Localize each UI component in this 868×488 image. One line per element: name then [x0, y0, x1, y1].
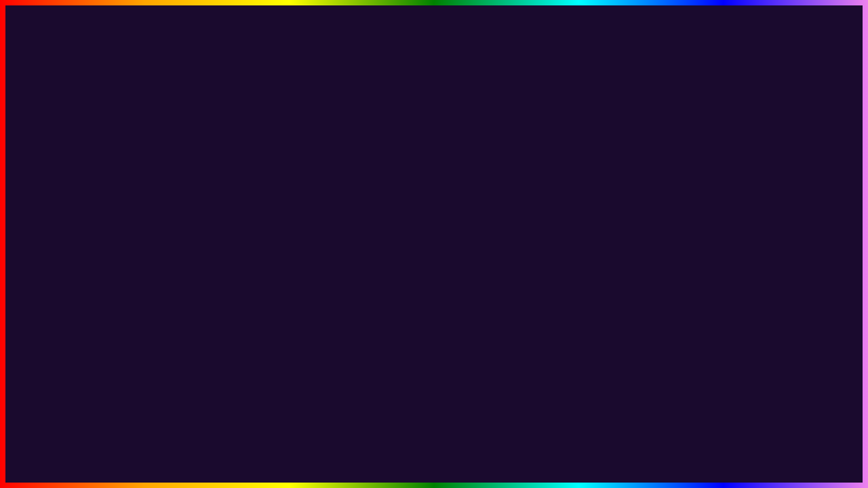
teleport-dungeon-label: Teleport To Dungeon! — [547, 239, 618, 247]
nav-dot-dungeon-r — [478, 258, 484, 264]
window-controls-left: — ✕ — [338, 206, 366, 216]
update-prefix: UPDATE — [122, 420, 319, 474]
sidebar-item-farm-right[interactable]: Farm — [473, 239, 540, 253]
auto-dungeon-row[interactable]: Auto Dungeon — [547, 282, 768, 299]
content-area-right: Dungeon Teleport To Dungeon! Select Weap… — [540, 220, 775, 382]
sidebar-item-main-right[interactable]: Main — [473, 224, 540, 239]
nav-dot-main — [95, 228, 100, 234]
nav-dot-combat — [95, 258, 100, 264]
auto-haki-row[interactable]: Auto Haki ✓ — [164, 251, 365, 269]
save-health-row[interactable]: Save Health — [547, 299, 768, 315]
update-version-number: 4.66 — [322, 420, 417, 474]
farm-section-label: Farm section — [164, 273, 365, 281]
nav-sidebar-left: Main Farm Combat Player Action — [90, 220, 157, 382]
nav-dot-main-r — [478, 228, 484, 234]
sidebar-item-farm-left[interactable]: Farm — [90, 239, 157, 253]
select-weapon-label-right: Select Weapon — [547, 254, 597, 262]
sidebar-item-dungeon-right[interactable]: Dungeon — [473, 253, 540, 268]
close-button-right[interactable]: ✕ — [758, 206, 770, 216]
avatar-icon-left — [95, 387, 111, 403]
auto-sea-king-label: Auto Sea King — [164, 308, 212, 316]
auto-sea-king-checkbox[interactable] — [354, 306, 365, 317]
minimize-button-left[interactable]: — — [338, 207, 351, 216]
teleport-dungeon-row[interactable]: Teleport To Dungeon! — [547, 235, 768, 251]
nav-dot-player — [95, 273, 100, 279]
auto-dungeon-toggle[interactable] — [749, 285, 768, 295]
avatar-icon-right — [478, 387, 494, 403]
update-pastebin-text: PASTEBIN — [560, 430, 746, 472]
auto-farm-checkbox[interactable]: ✓ — [354, 288, 365, 299]
corner-badge-label: KING LEGACY — [797, 424, 823, 439]
work-lvl-label: WORK LVL 4000 — [88, 163, 362, 203]
update-script-text: SCRIPT — [420, 430, 557, 472]
avatar-row-right: Sky — [473, 382, 775, 407]
chevron-up-icon-weapon-right: ∧ — [764, 255, 768, 262]
chevron-up-icon-weapon-left: ∧ — [360, 239, 365, 247]
nav-dot-action — [95, 288, 100, 293]
sidebar-item-action-left[interactable]: Action — [90, 283, 157, 298]
save-health-toggle[interactable] — [749, 302, 768, 312]
select-weapon-label-left: Select Weapon — [164, 239, 214, 247]
teleport-dungeon-toggle[interactable] — [752, 239, 768, 247]
auto-farm-label: Auto Farm — [164, 289, 199, 298]
corner-image-inner: KING LEGACY — [768, 358, 852, 442]
hero-title: KING LEGACY — [0, 14, 868, 88]
update-section: UPDATE 4.66 SCRIPT PASTEBIN — [0, 419, 868, 474]
corner-badge-image: KING LEGACY — [766, 356, 854, 444]
option-section-label: Option section — [164, 224, 365, 231]
window-title-right: King Legacy (Adel Hub) — [478, 207, 570, 216]
auto-dungeon-label: Auto Dungeon — [547, 286, 595, 294]
choose-mode-row[interactable]: Choose Mode Easy ∧ — [547, 266, 768, 282]
nav-dot-settings-r — [478, 303, 484, 308]
ui-window-left: King Legacy (Adel Hub) — ✕ Main Farm Com… — [88, 202, 373, 409]
minimize-button-right[interactable]: — — [741, 207, 754, 216]
window-body-left: Main Farm Combat Player Action Option se… — [90, 220, 372, 382]
select-weapon-value-left: Sword ∧ — [336, 239, 365, 247]
nav-dot-combat-r — [478, 273, 484, 279]
chevron-up-icon-mode: ∧ — [764, 270, 768, 278]
window-body-right: Main Farm Dungeon Combat LocalPlayer Set… — [473, 220, 775, 382]
sidebar-item-combat-left[interactable]: Combat — [90, 253, 157, 268]
choose-mode-value: Easy ∧ — [745, 270, 768, 278]
content-area-left: Option section Select Weapon Sword ∧ Aut… — [157, 220, 372, 382]
sidebar-item-settings-right[interactable]: Settings — [473, 298, 540, 313]
avatar-name-left: Sky — [115, 391, 127, 399]
auto-sea-king-row[interactable]: Auto Sea King — [164, 303, 365, 321]
close-button-left[interactable]: ✕ — [355, 206, 366, 216]
nav-dot-localplayer-r — [478, 288, 484, 293]
avatar-name-right: Sky — [498, 391, 511, 399]
sidebar-item-player-left[interactable]: Player — [90, 268, 157, 283]
dungeon-section-label: Dungeon — [547, 224, 768, 231]
select-weapon-value-right: Sword ∧ — [740, 254, 768, 262]
auto-farm-row[interactable]: Auto Farm ✓ — [164, 285, 365, 303]
choose-mode-label: Choose Mode — [547, 270, 594, 278]
sidebar-item-combat-right[interactable]: Combat — [473, 268, 540, 283]
select-weapon-row-right[interactable]: Select Weapon Sword ∧ — [547, 251, 768, 266]
window-titlebar-right: King Legacy (Adel Hub) — ✕ — [473, 203, 775, 220]
auto-haki-label: Auto Haki — [164, 256, 197, 264]
save-health-label: Save Health — [547, 303, 588, 311]
window-title-left: King Legacy (Adel Hub) — [95, 207, 186, 216]
sidebar-item-main-left[interactable]: Main — [90, 224, 157, 239]
sidebar-item-localplayer-right[interactable]: LocalPlayer — [473, 283, 540, 298]
ui-window-right: King Legacy (Adel Hub) — ✕ Main Farm Dun… — [471, 202, 776, 409]
nav-dot-farm — [95, 243, 100, 249]
nav-sidebar-right: Main Farm Dungeon Combat LocalPlayer Set… — [473, 220, 540, 382]
select-weapon-row-left[interactable]: Select Weapon Sword ∧ — [164, 235, 365, 251]
window-titlebar-left: King Legacy (Adel Hub) — ✕ — [90, 203, 372, 220]
hero-title-section: KING LEGACY — [0, 14, 868, 88]
avatar-row-left: Sky — [90, 382, 372, 407]
window-controls-right: — ✕ — [741, 206, 770, 216]
auto-haki-checkbox[interactable]: ✓ — [354, 254, 365, 265]
nav-dot-farm-r — [478, 243, 484, 249]
